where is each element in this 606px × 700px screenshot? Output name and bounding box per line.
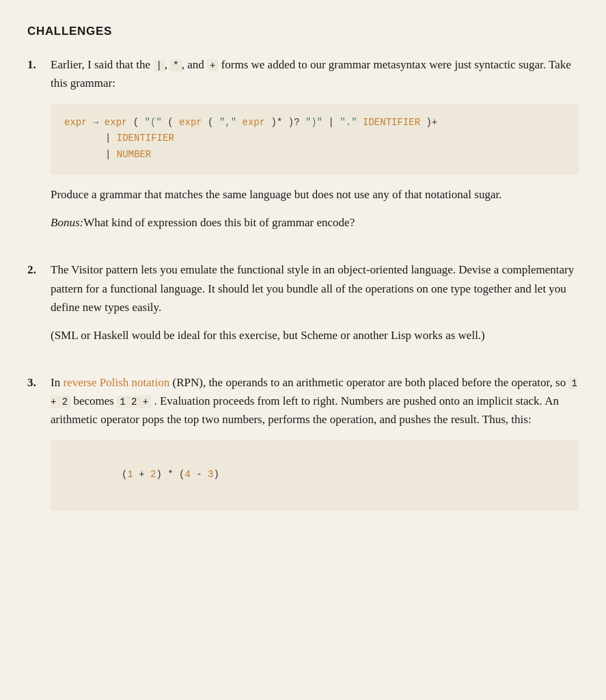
string-token-4: "." (340, 117, 357, 128)
challenges-list: Earlier, I said that the |, *, and + for… (27, 55, 579, 522)
identifier-token-1: IDENTIFIER (363, 117, 420, 128)
challenge-2-text2: (SML or Haskell would be ideal for this … (51, 326, 579, 345)
rpn-3: 3 (208, 469, 213, 480)
identifier-token-2: IDENTIFIER (117, 133, 174, 144)
challenge-1-content: Earlier, I said that the |, *, and + for… (51, 55, 579, 241)
plus-token: + (207, 59, 218, 72)
expr-token: expr (64, 117, 87, 128)
challenge-1-intro: Earlier, I said that the |, *, and + for… (51, 55, 579, 92)
rpn-star: * (167, 469, 173, 480)
challenge-2-content: The Visitor pattern lets you emulate the… (51, 260, 579, 354)
challenge-item-2: The Visitor pattern lets you emulate the… (27, 260, 579, 354)
challenge-3-intro-text: In (51, 376, 60, 389)
pipe-token: | (153, 59, 164, 72)
number-token: NUMBER (117, 149, 151, 160)
expr-token-3: expr (179, 117, 202, 128)
challenge-3-intro: In reverse Polish notation (RPN), the op… (51, 373, 579, 429)
rpn-close-paren: ) (156, 469, 167, 480)
inline-code-2: 1 2 + (117, 396, 151, 408)
star-token: * (170, 59, 181, 72)
bonus-text: What kind of expression does this bit of… (83, 216, 355, 229)
and-text: and (187, 58, 207, 71)
rpn-4: 4 (184, 469, 190, 480)
code-line-1: expr → expr ( "(" ( expr ( "," expr )* )… (64, 115, 565, 131)
challenge-3-content: In reverse Polish notation (RPN), the op… (51, 373, 579, 522)
challenge-2-text1: The Visitor pattern lets you emulate the… (51, 260, 579, 317)
string-token-3: ")" (305, 117, 322, 128)
rpn-link[interactable]: reverse Polish notation (63, 376, 169, 389)
rpn-code-block: (1 + 2) * (4 - 3) (51, 440, 579, 511)
challenge-3-link-after: (RPN), the operands to an arithmetic ope… (172, 376, 566, 389)
challenge-1-intro-text: Earlier, I said that the (51, 58, 150, 71)
bonus-label: Bonus: (51, 216, 83, 229)
expr-token-4: expr (243, 117, 266, 128)
becomes-text: becomes (73, 394, 113, 407)
challenge-1-produce: Produce a grammar that matches the same … (51, 185, 579, 204)
rpn-close-paren2: ) (214, 469, 219, 480)
challenge-item-3: In reverse Polish notation (RPN), the op… (27, 373, 579, 522)
challenge-item-1: Earlier, I said that the |, *, and + for… (27, 55, 579, 241)
string-token-2: "," (219, 117, 236, 128)
code-line-2: | IDENTIFIER (64, 131, 565, 147)
rpn-code-line: (1 + 2) * (4 - 3) (64, 451, 565, 500)
arrow-token: → (93, 117, 98, 128)
challenge-1-bonus: Bonus:What kind of expression does this … (51, 213, 579, 232)
page-title: CHALLENGES (27, 22, 579, 40)
grammar-code-block: expr → expr ( "(" ( expr ( "," expr )* )… (51, 104, 579, 174)
expr-token-2: expr (105, 117, 128, 128)
rpn-1: 1 (127, 469, 133, 480)
code-line-3: | NUMBER (64, 147, 565, 163)
rpn-space2: ( (174, 469, 185, 480)
rpn-plus-space: + (133, 469, 150, 480)
rpn-minus: - (191, 469, 208, 480)
string-token-1: "(" (145, 117, 162, 128)
